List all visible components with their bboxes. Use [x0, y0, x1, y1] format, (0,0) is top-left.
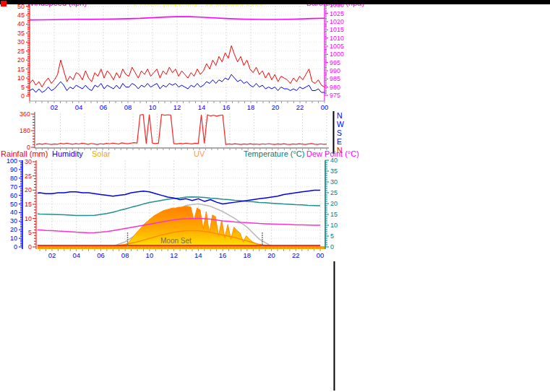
svg-text:45: 45 [17, 12, 25, 19]
svg-text:08: 08 [124, 103, 132, 111]
svg-text:22: 22 [292, 251, 300, 259]
compass-letter: E [337, 137, 342, 146]
svg-text:15: 15 [17, 66, 25, 73]
svg-text:00: 00 [317, 251, 325, 259]
svg-text:990: 990 [330, 67, 340, 74]
svg-text:80: 80 [10, 175, 17, 182]
svg-text:35: 35 [17, 30, 25, 37]
svg-text:995: 995 [330, 59, 340, 66]
svg-text:10: 10 [10, 235, 17, 242]
rainfall-axis-label: Rainfall (mm) [1, 149, 48, 158]
compass-letter: N [337, 111, 343, 120]
svg-text:985: 985 [330, 75, 340, 82]
svg-text:22: 22 [296, 103, 304, 111]
svg-text:100: 100 [7, 157, 17, 165]
humidity-axis-label: Humidity [52, 149, 83, 158]
svg-text:0: 0 [21, 92, 25, 100]
svg-text:16: 16 [223, 103, 231, 111]
svg-text:1025: 1025 [330, 10, 344, 17]
weather-24h-graph-page: 0510152025303540455097598098599099510001… [0, 0, 550, 392]
svg-text:10: 10 [25, 215, 32, 222]
svg-text:12: 12 [173, 103, 181, 111]
solar-axis-label: Solar [92, 149, 111, 158]
svg-text:15: 15 [330, 211, 338, 218]
svg-text:40: 40 [10, 209, 17, 216]
svg-text:18: 18 [247, 103, 255, 111]
svg-text:18: 18 [244, 251, 252, 259]
svg-text:20: 20 [17, 56, 25, 64]
svg-text:70: 70 [10, 183, 17, 191]
svg-text:06: 06 [100, 103, 108, 111]
svg-text:1015: 1015 [330, 26, 344, 33]
svg-text:20: 20 [267, 251, 275, 259]
title-bar [0, 0, 550, 4]
svg-text:60: 60 [10, 192, 17, 199]
compass-letter: S [337, 129, 342, 137]
svg-text:1010: 1010 [330, 35, 344, 42]
svg-text:10: 10 [330, 222, 338, 229]
window-icon [1, 1, 7, 6]
compass-letter: W [337, 120, 344, 129]
svg-text:10: 10 [146, 251, 154, 259]
svg-text:20: 20 [10, 226, 17, 233]
svg-text:30: 30 [10, 217, 17, 225]
svg-text:20: 20 [25, 186, 32, 193]
svg-text:25: 25 [17, 48, 25, 55]
svg-text:15: 15 [25, 201, 32, 208]
dew-point-axis-label: Dew Point (°C) [306, 149, 359, 158]
svg-text:1020: 1020 [330, 18, 344, 25]
svg-text:25: 25 [25, 173, 32, 180]
svg-text:5: 5 [330, 232, 334, 240]
svg-text:35: 35 [330, 167, 338, 175]
svg-text:50: 50 [10, 201, 17, 208]
temperature-axis-label: Temperature (°C) [244, 149, 304, 158]
svg-text:0: 0 [28, 243, 32, 251]
svg-text:30: 30 [25, 158, 32, 165]
svg-text:1000: 1000 [330, 51, 344, 58]
svg-text:16: 16 [219, 251, 227, 259]
svg-text:02: 02 [51, 103, 59, 111]
svg-text:14: 14 [194, 251, 202, 259]
svg-text:40: 40 [17, 20, 25, 27]
svg-text:30: 30 [330, 178, 338, 186]
svg-text:04: 04 [72, 251, 80, 259]
svg-text:5: 5 [28, 229, 32, 236]
moon-set-label: Moon Set [160, 237, 192, 245]
svg-text:02: 02 [48, 251, 56, 259]
svg-text:980: 980 [330, 84, 340, 91]
svg-text:08: 08 [121, 251, 129, 259]
svg-text:90: 90 [10, 166, 17, 173]
svg-text:20: 20 [330, 200, 338, 207]
svg-text:06: 06 [97, 251, 105, 259]
svg-text:00: 00 [321, 103, 329, 111]
svg-text:04: 04 [75, 103, 83, 111]
svg-text:20: 20 [272, 103, 280, 111]
svg-text:180: 180 [20, 127, 30, 134]
svg-text:360: 360 [20, 110, 30, 118]
svg-text:30: 30 [17, 38, 25, 45]
svg-text:12: 12 [170, 251, 178, 259]
svg-text:5: 5 [21, 84, 25, 91]
svg-text:25: 25 [330, 189, 338, 196]
charts-canvas: 0510152025303540455097598098599099510001… [0, 0, 550, 392]
svg-text:1005: 1005 [330, 43, 344, 50]
svg-text:975: 975 [330, 92, 340, 99]
svg-text:14: 14 [198, 103, 206, 111]
svg-text:0: 0 [14, 243, 17, 251]
svg-text:10: 10 [149, 103, 157, 111]
svg-text:0: 0 [330, 243, 334, 251]
svg-text:10: 10 [17, 74, 25, 82]
uv-axis-label: UV [194, 149, 205, 158]
